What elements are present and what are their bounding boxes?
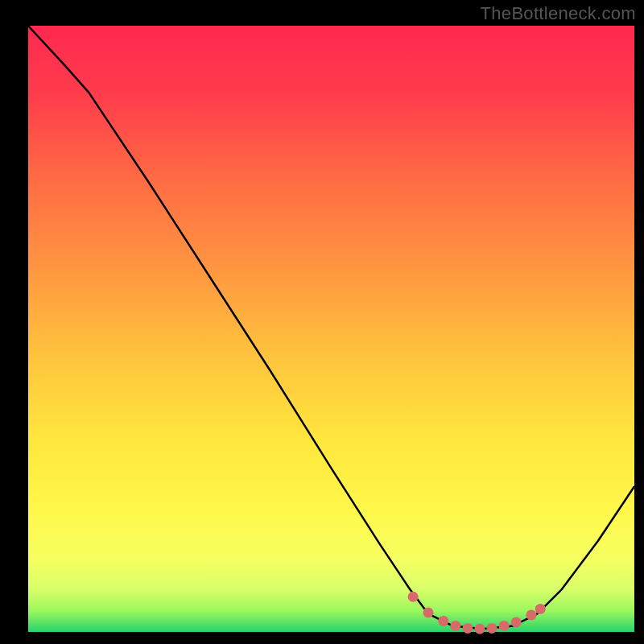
gradient-background xyxy=(28,26,634,632)
chart-svg xyxy=(0,0,644,644)
optimal-marker xyxy=(511,617,522,627)
optimal-marker xyxy=(450,621,460,631)
bottleneck-chart: TheBottleneck.com xyxy=(0,0,644,644)
optimal-marker xyxy=(408,592,419,602)
optimal-marker xyxy=(462,623,473,634)
source-attribution: TheBottleneck.com xyxy=(481,3,636,24)
optimal-marker xyxy=(526,609,536,620)
optimal-marker xyxy=(535,604,546,614)
optimal-marker xyxy=(499,621,510,631)
optimal-marker xyxy=(423,607,433,617)
optimal-marker xyxy=(474,624,485,634)
optimal-marker xyxy=(438,616,448,626)
optimal-marker xyxy=(487,623,497,634)
